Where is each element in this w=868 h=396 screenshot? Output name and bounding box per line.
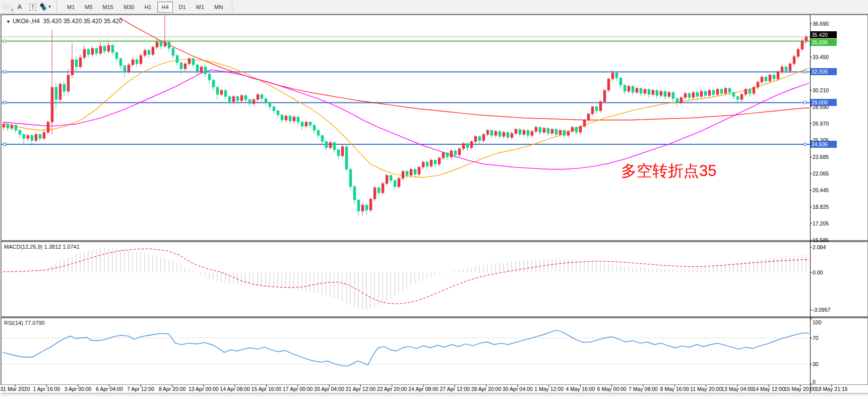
candle-body xyxy=(63,84,66,91)
candle-body xyxy=(688,93,691,97)
candle-body xyxy=(507,132,509,137)
candle-body xyxy=(345,147,348,169)
candle-body xyxy=(369,199,372,210)
rsi-panel[interactable] xyxy=(1,318,868,385)
candle-body xyxy=(309,122,312,125)
line-handle[interactable] xyxy=(804,143,807,145)
candle-body xyxy=(615,73,618,78)
price-tick-label: 17.205 xyxy=(813,220,829,227)
candle-body xyxy=(35,134,37,140)
candle-body xyxy=(728,88,731,92)
candle-body xyxy=(378,188,380,193)
candle-body xyxy=(341,147,344,156)
candle-body xyxy=(490,130,493,135)
candle-body xyxy=(31,135,33,140)
candle-body xyxy=(579,126,582,132)
candle-body xyxy=(535,127,537,131)
candle-body xyxy=(515,129,517,133)
line-handle[interactable] xyxy=(4,40,6,42)
candle-body xyxy=(430,160,432,166)
candle-body xyxy=(132,60,134,65)
candle-body xyxy=(531,131,533,135)
candle-body xyxy=(474,136,477,141)
candle-body xyxy=(575,127,578,132)
candle-body xyxy=(329,143,332,148)
candle-body xyxy=(716,89,719,94)
candle-body xyxy=(414,169,416,174)
candle-body xyxy=(212,80,215,87)
candle-body xyxy=(261,94,263,98)
candle-body xyxy=(51,87,53,122)
main-chart-panel[interactable] xyxy=(1,15,868,241)
candle-body xyxy=(434,160,437,164)
candle-body xyxy=(749,89,751,93)
line-handle[interactable] xyxy=(4,101,6,104)
candle-body xyxy=(636,88,638,92)
candle-body xyxy=(426,162,428,166)
candle-body xyxy=(676,98,678,102)
macd-tick-label: 2.084 xyxy=(813,244,826,250)
candle-body xyxy=(765,77,767,81)
candle-body xyxy=(200,67,203,72)
candle-body xyxy=(684,93,687,97)
candle-body xyxy=(587,114,590,120)
candle-body xyxy=(269,102,271,106)
line-handle[interactable] xyxy=(4,71,6,73)
chart-canvas[interactable] xyxy=(0,0,868,396)
macd-indicator-label: MACD(12,26,9) 1.3812 1.0741 xyxy=(4,244,80,250)
macd-panel[interactable] xyxy=(1,242,868,317)
candle-body xyxy=(422,162,424,167)
candle-body xyxy=(228,96,231,101)
line-handle[interactable] xyxy=(4,143,6,145)
chart-annotation-text[interactable]: 多空转折点35 xyxy=(621,162,716,180)
candle-body xyxy=(402,172,404,179)
candle-body xyxy=(285,116,287,120)
price-tag-label: 24.936 xyxy=(811,141,837,148)
candle-body xyxy=(361,205,364,211)
candle-body xyxy=(450,151,453,157)
price-tag-label: 32.000 xyxy=(811,68,837,75)
rsi-indicator-label: RSI(14) 77.0790 xyxy=(4,320,45,326)
candle-body xyxy=(83,49,86,58)
candle-body xyxy=(672,92,674,98)
candle-body xyxy=(680,97,683,102)
candle-body xyxy=(503,132,505,136)
candle-body xyxy=(757,82,759,87)
candle-body xyxy=(220,90,223,94)
candle-body xyxy=(156,42,158,47)
candle-body xyxy=(152,47,154,54)
candle-body xyxy=(571,127,574,131)
candle-body xyxy=(281,115,283,120)
candle-body xyxy=(547,128,549,133)
candle-body xyxy=(148,50,150,54)
candle-body xyxy=(353,187,356,200)
time-tick-label: 18 May 21:15 xyxy=(809,386,854,392)
candle-body xyxy=(454,151,457,155)
candle-body xyxy=(442,153,445,158)
candle-body xyxy=(519,129,521,134)
candle-body xyxy=(805,37,808,41)
candle-body xyxy=(486,130,489,134)
price-tick-label: 30.210 xyxy=(813,87,829,93)
macd-tick-label: -3.0957 xyxy=(813,307,831,313)
line-handle[interactable] xyxy=(804,101,807,104)
candle-body xyxy=(107,45,110,51)
candle-body xyxy=(55,87,57,99)
candle-body xyxy=(168,42,170,48)
candle-body xyxy=(611,73,614,79)
candle-body xyxy=(321,135,324,141)
candle-body xyxy=(160,42,162,46)
candle-body xyxy=(740,94,743,99)
price-tick-label: 23.685 xyxy=(813,154,829,160)
candle-body xyxy=(789,64,791,71)
candle-body xyxy=(196,65,199,72)
mt4-window: { "toolbar": { "tools": [ {"id": "grip",… xyxy=(0,0,868,396)
candle-body xyxy=(406,172,408,176)
line-handle[interactable] xyxy=(804,71,807,73)
chevron-down-icon[interactable]: ▼ xyxy=(6,19,11,24)
candle-body xyxy=(664,91,666,96)
candle-body xyxy=(176,55,178,63)
candle-body xyxy=(648,89,650,94)
candle-body xyxy=(357,200,360,211)
macd-tick-label: 0.00 xyxy=(813,269,823,275)
